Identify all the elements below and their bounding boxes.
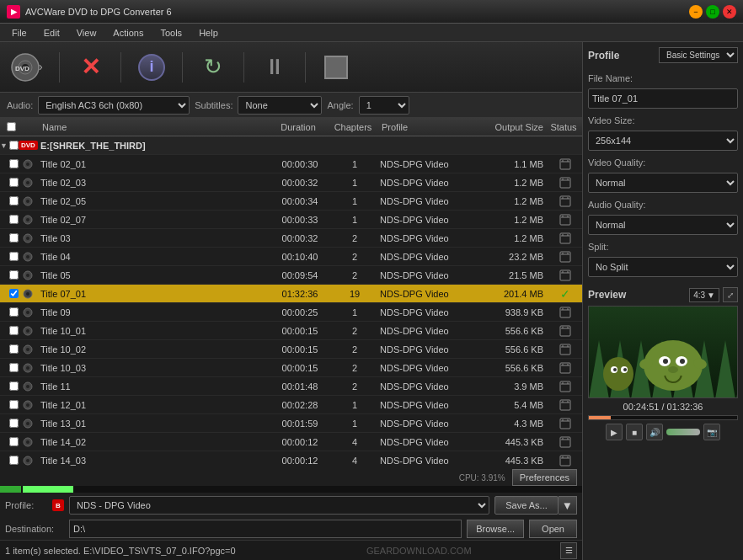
file-row[interactable]: Title 02_01 00:00:30 1 NDS-DPG Video 1.1… [0, 155, 582, 173]
file-row[interactable]: Title 05 00:09:54 2 NDS-DPG Video 21.5 M… [0, 266, 582, 285]
row-checkbox[interactable] [9, 437, 19, 446]
saveas-button[interactable]: Save As... [494, 496, 559, 515]
browse-button[interactable]: Browse... [467, 520, 524, 538]
row-checkbox[interactable] [9, 456, 19, 465]
maximize-button[interactable]: □ [706, 5, 719, 19]
file-row[interactable]: Title 10_02 00:00:15 2 NDS-DPG Video 556… [0, 340, 582, 359]
row-profile: NDS-DPG Video [380, 289, 473, 299]
header-checkbox[interactable] [7, 122, 16, 131]
cancel-button[interactable]: ✕ [70, 47, 110, 88]
row-checkbox[interactable] [9, 289, 19, 298]
row-chapters: 1 [329, 159, 380, 169]
header-status[interactable]: Status [547, 120, 580, 134]
row-checkbox[interactable] [9, 363, 19, 372]
info-button[interactable]: i [131, 47, 172, 88]
row-duration: 00:00:32 [270, 233, 329, 243]
file-row[interactable]: Title 14_02 00:00:12 4 NDS-DPG Video 445… [0, 433, 582, 451]
menu-edit[interactable]: Edit [35, 26, 68, 40]
open-button[interactable]: Open [529, 520, 577, 538]
row-checkbox[interactable] [9, 419, 19, 428]
time-progress-bar[interactable] [588, 415, 738, 420]
aspect-ratio[interactable]: 4:3 ▼ [689, 288, 719, 302]
volume-slider[interactable] [666, 429, 700, 435]
status-text: 1 item(s) selected. E:\VIDEO_TS\VTS_07_0… [5, 546, 278, 556]
menu-view[interactable]: View [68, 26, 105, 40]
row-checkbox[interactable] [9, 233, 19, 243]
screenshot-button[interactable]: 📷 [703, 424, 720, 440]
video-size-select[interactable]: 256x144 [588, 131, 738, 151]
row-name: Title 04 [37, 252, 270, 262]
row-checkbox[interactable] [9, 252, 19, 261]
file-row[interactable]: Title 10_01 00:00:15 2 NDS-DPG Video 556… [0, 322, 582, 340]
file-row[interactable]: Title 02_05 00:00:34 1 NDS-DPG Video 1.2… [0, 192, 582, 211]
menu-tools[interactable]: Tools [152, 26, 190, 40]
file-row[interactable]: Title 09 00:00:25 1 NDS-DPG Video 938.9 … [0, 303, 582, 322]
split-select[interactable]: No Split [588, 257, 738, 277]
file-row[interactable]: Title 07_01 01:32:36 19 NDS-DPG Video 20… [0, 285, 582, 303]
subtitles-select[interactable]: None [238, 96, 322, 115]
svg-point-48 [26, 292, 29, 296]
row-checkbox[interactable] [9, 381, 19, 391]
profile-select[interactable]: NDS - DPG Video [69, 496, 489, 515]
dvd-button[interactable]: DVD › [8, 47, 49, 88]
angle-select[interactable]: 1 [359, 96, 409, 115]
preferences-button[interactable]: Preferences [512, 469, 577, 486]
play-button[interactable]: ▶ [606, 424, 623, 440]
header-chapters[interactable]: Chapters [328, 120, 378, 134]
file-list-scroll[interactable]: ▼ DVD E:[SHREK_THE_THIRD] [0, 136, 582, 469]
row-checkbox[interactable] [9, 400, 19, 409]
audio-quality-select[interactable]: Normal [588, 215, 738, 235]
row-checkbox[interactable] [9, 159, 19, 168]
audio-select[interactable]: English AC3 6ch (0x80) [38, 96, 190, 115]
destination-input[interactable] [69, 520, 462, 538]
mute-button[interactable]: 🔊 [646, 424, 663, 440]
row-chapters: 4 [329, 437, 380, 447]
video-quality-select[interactable]: Normal [588, 173, 738, 193]
stop-button[interactable] [316, 47, 356, 88]
file-row[interactable]: Title 02_03 00:00:32 1 NDS-DPG Video 1.2… [0, 173, 582, 192]
row-size: 201.4 MB [473, 289, 548, 299]
row-profile: NDS-DPG Video [380, 159, 473, 169]
minimize-button[interactable]: − [689, 5, 703, 19]
profile-icon: B [52, 499, 64, 511]
root-checkbox[interactable] [9, 141, 19, 150]
header-output-size[interactable]: Output Size [471, 120, 547, 134]
file-row[interactable]: Title 12_01 00:02:28 1 NDS-DPG Video 5.4… [0, 396, 582, 414]
row-checkbox[interactable] [9, 326, 19, 335]
info-bar: 1 item(s) selected. E:\VIDEO_TS\VTS_07_0… [0, 540, 582, 560]
root-row[interactable]: ▼ DVD E:[SHREK_THE_THIRD] [0, 136, 582, 155]
row-checkbox[interactable] [9, 307, 19, 317]
file-row[interactable]: Title 04 00:10:40 2 NDS-DPG Video 23.2 M… [0, 248, 582, 266]
header-duration[interactable]: Duration [269, 120, 328, 134]
file-row[interactable]: Title 14_03 00:00:12 4 NDS-DPG Video 445… [0, 451, 582, 469]
row-checkbox[interactable] [9, 215, 19, 224]
row-duration: 00:00:32 [270, 178, 329, 188]
file-row[interactable]: Title 03 00:00:32 2 NDS-DPG Video 1.2 MB [0, 229, 582, 248]
row-duration: 00:02:28 [270, 400, 329, 410]
row-profile: NDS-DPG Video [380, 456, 473, 466]
file-row[interactable]: Title 11 00:01:48 2 NDS-DPG Video 3.9 MB [0, 377, 582, 396]
file-row[interactable]: Title 02_07 00:00:33 1 NDS-DPG Video 1.2… [0, 211, 582, 229]
file-row[interactable]: Title 13_01 00:01:59 1 NDS-DPG Video 4.3… [0, 414, 582, 433]
info-icon-btn[interactable]: ☰ [560, 542, 577, 559]
file-row[interactable]: Title 10_03 00:00:15 2 NDS-DPG Video 556… [0, 359, 582, 377]
file-name-input[interactable] [588, 88, 738, 109]
menu-help[interactable]: Help [190, 26, 227, 40]
pause-button[interactable]: ⏸ [254, 47, 295, 88]
row-checkbox[interactable] [9, 270, 19, 280]
settings-dropdown[interactable]: Basic Settings [659, 47, 738, 63]
refresh-button[interactable]: ↻ [193, 47, 233, 88]
row-size: 1.2 MB [473, 178, 548, 188]
row-checkbox[interactable] [9, 344, 19, 354]
menu-file[interactable]: File [3, 26, 35, 40]
expand-button[interactable]: ⤢ [723, 287, 738, 302]
saveas-arrow-button[interactable]: ▼ [559, 496, 577, 515]
close-button[interactable]: ✕ [723, 5, 736, 19]
row-checkbox[interactable] [9, 196, 19, 205]
menu-actions[interactable]: Actions [104, 26, 152, 40]
cpu-label: CPU: 3.91% [459, 473, 505, 483]
stop-player-button[interactable]: ■ [626, 424, 643, 440]
row-checkbox[interactable] [9, 178, 19, 187]
header-profile[interactable]: Profile [378, 120, 471, 134]
header-name[interactable]: Name [39, 120, 269, 134]
